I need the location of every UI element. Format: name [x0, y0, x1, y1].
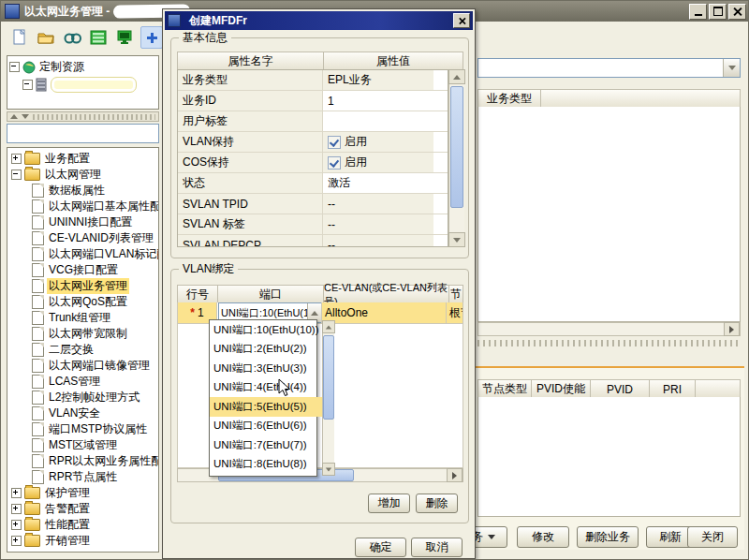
tree-item-protection-mgmt[interactable]: 保护管理: [7, 485, 158, 501]
tree-item[interactable]: 以太网端口VLAN标记配置: [7, 246, 158, 262]
dropdown-vscrollbar[interactable]: [322, 320, 334, 476]
tree-item[interactable]: VCG接口配置: [7, 262, 158, 278]
column-header-port[interactable]: 端口: [218, 285, 324, 304]
prop-table-vscrollbar[interactable]: [448, 69, 464, 247]
prop-value-input[interactable]: 1: [323, 91, 433, 111]
collapse-icon[interactable]: [22, 80, 33, 90]
column-header-ce-vlan[interactable]: CE-VLAN(或CE-VLAN列表号): [324, 285, 449, 304]
expand-icon[interactable]: [11, 154, 22, 164]
column-header-node-type[interactable]: 节: [449, 285, 463, 304]
tree-item-overhead-mgmt[interactable]: 开销管理: [7, 533, 158, 549]
scroll-right-button[interactable]: [447, 468, 463, 482]
tree-item[interactable]: 二层交换: [7, 342, 158, 358]
node-type-cell[interactable]: 根节: [447, 302, 463, 323]
column-header-attr-name[interactable]: 属性名字: [177, 52, 324, 71]
tree-item-alarm-config[interactable]: 告警配置: [7, 501, 158, 517]
resource-tree-node[interactable]: [9, 76, 156, 94]
add-button[interactable]: [140, 26, 163, 49]
tree-item[interactable]: 数据板属性: [7, 183, 158, 199]
modify-button[interactable]: 修改: [517, 526, 569, 548]
prop-value[interactable]: EPL业务: [323, 70, 433, 90]
maximize-button[interactable]: [709, 4, 727, 20]
collapse-icon[interactable]: [11, 169, 22, 180]
tree-item[interactable]: Trunk组管理: [7, 310, 158, 326]
tree-item[interactable]: 以太网端口基本属性配置: [7, 199, 158, 214]
prop-row-status[interactable]: 状态激活: [178, 173, 448, 194]
right-panel-splitter[interactable]: [477, 340, 741, 346]
tree-item[interactable]: 以太网带宽限制: [7, 326, 158, 342]
expand-icon[interactable]: [11, 488, 22, 498]
list-view-button[interactable]: [88, 27, 109, 48]
remove-row-button[interactable]: 删除: [416, 494, 458, 513]
tree-item[interactable]: VLAN安全: [7, 405, 158, 421]
tree-item[interactable]: 端口MSTP协议属性: [7, 421, 158, 437]
tree-item[interactable]: L2控制帧处理方式: [7, 390, 158, 405]
panel-splitter[interactable]: [7, 111, 159, 122]
splitter-handle[interactable]: [33, 114, 155, 120]
column-header-pri[interactable]: PRI: [650, 379, 696, 399]
dialog-close-button[interactable]: [453, 13, 470, 28]
cancel-button[interactable]: 取消: [411, 538, 463, 557]
service-table-hscrollbar[interactable]: [477, 322, 741, 336]
ce-vlan-cell[interactable]: AlltoOne: [322, 302, 447, 323]
expand-icon[interactable]: [11, 520, 22, 530]
tree-item-service-config[interactable]: 业务配置: [7, 151, 158, 167]
search-button[interactable]: [62, 27, 82, 48]
prop-row-vlan-keep[interactable]: VLAN保持启用: [178, 132, 448, 153]
scrollbar-thumb[interactable]: [450, 86, 463, 208]
prop-value-input[interactable]: 激活: [323, 173, 433, 193]
scroll-up-button[interactable]: [322, 320, 335, 333]
scrollbar-thumb[interactable]: [323, 335, 334, 420]
dropdown-option[interactable]: UNI端口:8(EthU(8)): [210, 455, 322, 475]
close-button[interactable]: [728, 4, 746, 20]
tree-item[interactable]: 以太网端口镜像管理: [7, 358, 158, 374]
scroll-down-button[interactable]: [322, 463, 335, 476]
prop-row-svlan-depcp[interactable]: SVLAN DEPCP--: [178, 235, 448, 247]
scroll-down-button[interactable]: [448, 232, 465, 247]
column-header-pvid[interactable]: PVID: [591, 379, 650, 399]
tree-item[interactable]: RPR节点属性: [7, 469, 158, 485]
node-table-body[interactable]: [477, 397, 741, 517]
delete-service-button[interactable]: 删除业务: [577, 526, 639, 548]
tree-item-performance-config[interactable]: 性能配置: [7, 517, 158, 533]
tree-item[interactable]: RPR以太网业务属性配置: [7, 453, 158, 469]
prop-row-cos-keep[interactable]: COS保持启用: [178, 153, 448, 173]
column-header-pvid-enable[interactable]: PVID使能: [532, 379, 591, 399]
scroll-up-button[interactable]: [448, 69, 465, 84]
tree-item-ethernet-mgmt[interactable]: 以太网管理: [7, 167, 158, 183]
column-header-service-type[interactable]: 业务类型: [477, 89, 541, 109]
prop-row-service-id[interactable]: 业务ID1: [178, 91, 448, 111]
prop-row-svlan-tag[interactable]: SVLAN 标签--: [178, 214, 448, 235]
column-header-attr-value[interactable]: 属性值: [324, 52, 463, 71]
open-folder-button[interactable]: [36, 27, 56, 48]
tree-item-ethernet-service-mgmt[interactable]: 以太网业务管理: [7, 278, 158, 294]
checkbox-checked-icon[interactable]: [328, 136, 341, 149]
expand-icon[interactable]: [11, 504, 22, 514]
resource-tree-root[interactable]: 定制资源: [9, 58, 156, 76]
checkbox-checked-icon[interactable]: [328, 156, 341, 169]
splitter-up-icon[interactable]: [10, 114, 18, 119]
column-header-node-type[interactable]: 节点类型: [477, 379, 532, 399]
dropdown-option[interactable]: UNI端口:2(EthU(2)): [210, 340, 322, 360]
collapse-icon[interactable]: [9, 62, 20, 72]
dropdown-option[interactable]: UNI端口:7(EthU(7)): [210, 435, 322, 455]
minimize-button[interactable]: [689, 4, 707, 20]
service-filter-combobox[interactable]: [477, 58, 741, 78]
prop-row-svlan-tpid[interactable]: SVLAN TPID--: [178, 194, 448, 214]
expand-icon[interactable]: [11, 536, 22, 546]
dropdown-option[interactable]: UNI端口:4(EthU(4)): [210, 378, 322, 398]
dropdown-option[interactable]: UNI端口:10(EthU(10)): [210, 320, 322, 340]
service-table-body[interactable]: [477, 107, 741, 322]
dropdown-option[interactable]: UNI端口:6(EthU(6)): [210, 417, 322, 436]
combo-dropdown-button[interactable]: [723, 59, 740, 77]
ok-button[interactable]: 确定: [355, 538, 406, 557]
dropdown-option-highlighted[interactable]: UNI端口:5(EthU(5)): [210, 397, 322, 417]
prop-value-input[interactable]: [323, 111, 433, 131]
prop-row-service-type[interactable]: 业务类型EPL业务: [178, 70, 448, 91]
scroll-right-button[interactable]: [724, 322, 740, 336]
tree-item[interactable]: UNINNI接口配置: [7, 214, 158, 230]
device-view-button[interactable]: [114, 27, 135, 48]
tree-filter-input[interactable]: [7, 124, 159, 143]
prop-row-user-label[interactable]: 用户标签: [178, 111, 448, 132]
tree-item[interactable]: MST区域管理: [7, 437, 158, 453]
